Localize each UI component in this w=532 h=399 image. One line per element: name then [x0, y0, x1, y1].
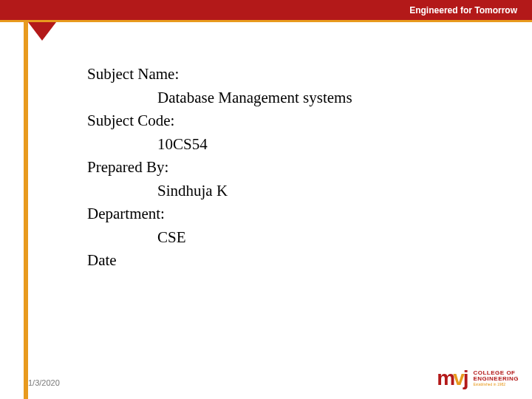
logo-subtext: Established in 1982	[473, 383, 519, 386]
subject-code-value: 10CS54	[87, 133, 352, 157]
prepared-by-label: Prepared By:	[87, 156, 352, 180]
mvj-logo: m v j COLLEGE OF ENGINEERING Established…	[437, 366, 519, 390]
left-accent-bar	[24, 22, 28, 399]
slide-content: Subject Name: Database Management system…	[87, 63, 352, 273]
subject-code-label: Subject Code:	[87, 109, 352, 133]
header-notch	[28, 22, 56, 41]
department-label: Department:	[87, 202, 352, 226]
logo-text-block: COLLEGE OF ENGINEERING Established in 19…	[473, 370, 519, 386]
footer-date: 1/3/2020	[28, 378, 60, 387]
logo-line2: ENGINEERING	[473, 376, 519, 382]
subject-name-label: Subject Name:	[87, 63, 352, 86]
date-label: Date	[87, 249, 352, 273]
header-bar: Engineered for Tomorrow	[0, 0, 532, 22]
logo-letter-m: m	[437, 366, 454, 390]
prepared-by-value: Sindhuja K	[87, 180, 352, 203]
tagline: Engineered for Tomorrow	[409, 5, 517, 16]
logo-letter-j: j	[463, 366, 469, 390]
subject-name-value: Database Management systems	[87, 86, 352, 110]
department-value: CSE	[87, 226, 352, 250]
